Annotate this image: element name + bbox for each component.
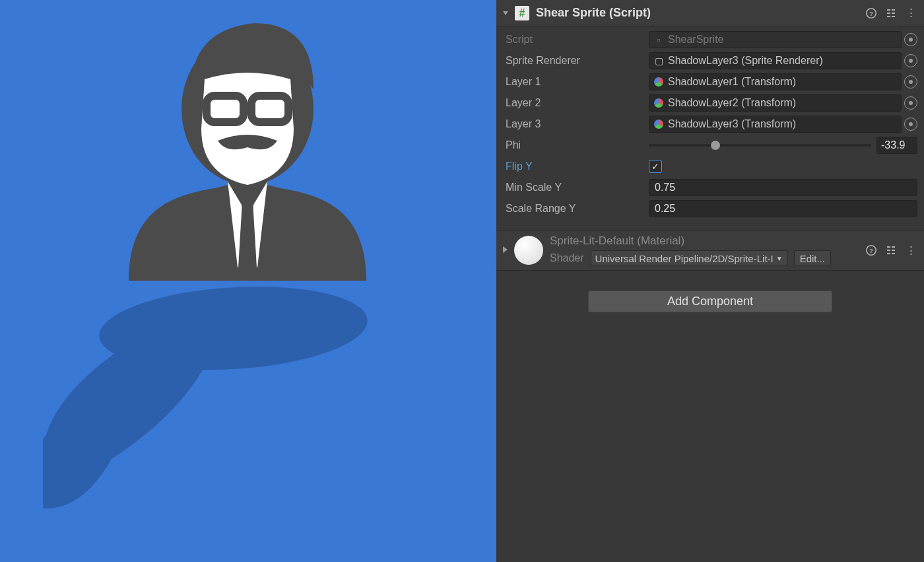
transform-icon [653, 77, 664, 87]
svg-rect-3 [242, 102, 253, 109]
component-header: # Shear Sprite (Script) ? ⋮ [496, 0, 924, 26]
foldout-toggle-icon[interactable] [503, 11, 508, 15]
add-component-button[interactable]: Add Component [588, 291, 832, 312]
script-file-icon: ▫ [653, 34, 664, 45]
object-picker-icon[interactable] [904, 54, 917, 67]
scene-viewport [0, 0, 496, 562]
object-picker-icon[interactable] [904, 33, 917, 46]
prop-label: Min Scale Y [503, 182, 645, 193]
prop-flip-y: Flip Y ✓ [503, 156, 917, 177]
component-title: Shear Sprite (Script) [536, 6, 858, 20]
prop-sprite-renderer: Sprite Renderer ▢ ShadowLayer3 (Sprite R… [503, 50, 917, 71]
prop-label: Phi [503, 139, 645, 151]
layer1-field[interactable]: ShadowLayer1 (Transform) [649, 73, 902, 90]
prop-script: Script ▫ ShearSprite [503, 29, 917, 50]
svg-rect-4 [196, 102, 208, 109]
preset-icon[interactable] [884, 7, 898, 20]
shader-dropdown[interactable]: Universal Render Pipeline/2D/Sprite-Lit-… [591, 250, 787, 266]
prop-layer2: Layer 2 ShadowLayer2 (Transform) [503, 92, 917, 114]
prop-label: Layer 3 [503, 118, 645, 130]
shader-label: Shader [550, 252, 584, 264]
prop-label: Layer 2 [503, 97, 645, 109]
prop-layer1: Layer 1 ShadowLayer1 (Transform) [503, 71, 917, 92]
prop-label: Flip Y [503, 160, 645, 172]
sprite-renderer-icon: ▢ [653, 55, 664, 66]
prop-layer3: Layer 3 ShadowLayer3 (Transform) [503, 114, 917, 135]
prop-min-scale-y: Min Scale Y [503, 177, 917, 198]
slider-thumb-icon[interactable] [711, 141, 720, 150]
sprite-preview [96, 3, 399, 289]
svg-text:?: ? [869, 247, 873, 254]
prop-label: Script [503, 34, 645, 46]
transform-icon [653, 98, 664, 108]
layer2-field[interactable]: ShadowLayer2 (Transform) [649, 94, 902, 112]
script-field: ▫ ShearSprite [649, 31, 902, 48]
min-scale-y-field[interactable] [649, 179, 917, 196]
kebab-menu-icon[interactable]: ⋮ [904, 7, 917, 20]
prop-scale-range-y: Scale Range Y [503, 198, 917, 219]
inspector-panel: # Shear Sprite (Script) ? ⋮ Script ▫ She… [496, 0, 924, 562]
material-header: Sprite-Lit-Default (Material) Shader Uni… [496, 230, 924, 271]
prop-label: Sprite Renderer [503, 55, 645, 67]
phi-value-field[interactable] [876, 137, 917, 154]
phi-slider[interactable] [649, 144, 871, 147]
chevron-down-icon: ▼ [776, 255, 783, 262]
flip-y-checkbox[interactable]: ✓ [649, 160, 662, 173]
object-picker-icon[interactable] [904, 96, 917, 110]
script-icon: # [515, 6, 529, 20]
foldout-toggle-icon[interactable] [503, 246, 508, 253]
layer3-field[interactable]: ShadowLayer3 (Transform) [649, 116, 902, 133]
prop-label: Scale Range Y [503, 203, 645, 215]
prop-phi: Phi [503, 135, 917, 156]
kebab-menu-icon[interactable]: ⋮ [904, 244, 917, 257]
add-component-row: Add Component [496, 271, 924, 332]
sprite-renderer-field[interactable]: ▢ ShadowLayer3 (Sprite Renderer) [649, 52, 902, 69]
object-picker-icon[interactable] [904, 118, 917, 131]
svg-text:?: ? [869, 9, 873, 17]
transform-icon [653, 119, 664, 129]
help-icon[interactable]: ? [865, 7, 878, 20]
svg-rect-5 [287, 102, 299, 109]
scale-range-y-field[interactable] [649, 200, 917, 217]
preset-icon[interactable] [884, 244, 898, 257]
material-title: Sprite-Lit-Default (Material) [550, 234, 858, 248]
object-picker-icon[interactable] [904, 75, 917, 88]
component-body: Script ▫ ShearSprite Sprite Renderer ▢ S… [496, 26, 924, 226]
edit-shader-button[interactable]: Edit... [794, 250, 831, 266]
material-preview-icon [514, 236, 543, 265]
help-icon[interactable]: ? [865, 244, 878, 257]
prop-label: Layer 1 [503, 76, 645, 88]
